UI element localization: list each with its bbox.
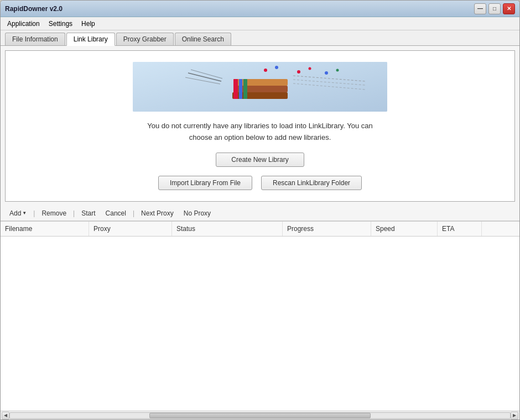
cancel-button[interactable]: Cancel [101,208,131,218]
svg-point-13 [309,67,311,70]
download-toolbar: Add ▼ | Remove | Start Cancel | Next Pro… [1,206,519,221]
import-library-button[interactable]: Import Library From File [158,176,252,190]
remove-button[interactable]: Remove [37,208,71,218]
scroll-right-button[interactable]: ▶ [511,412,518,419]
svg-point-12 [297,70,300,74]
tab-online-search[interactable]: Online Search [175,33,231,45]
window-controls: — □ ✕ [474,3,515,14]
col-status: Status [172,222,283,236]
col-progress: Progress [283,222,371,236]
svg-point-11 [275,66,278,69]
col-filename: Filename [1,222,89,236]
button-row: Import Library From File Rescan LinkLibr… [158,176,362,190]
separator-1: | [32,209,36,217]
window-title: RapidDowner v2.0 [5,5,63,13]
separator-3: | [132,209,136,217]
svg-point-15 [336,69,339,72]
svg-rect-6 [243,79,247,99]
tab-proxy-grabber[interactable]: Proxy Grabber [116,33,174,45]
downloads-table[interactable]: Filename Proxy Status Progress Speed ETA [1,221,519,411]
main-window: RapidDowner v2.0 — □ ✕ Application Setti… [0,0,520,420]
horizontal-scrollbar[interactable]: ◀ ▶ [1,411,519,419]
tab-file-information[interactable]: File Information [5,33,65,45]
scroll-left-button[interactable]: ◀ [2,412,9,419]
separator-2: | [72,209,76,217]
col-proxy: Proxy [89,222,172,236]
tab-link-library[interactable]: Link Library [66,33,115,46]
table-header: Filename Proxy Status Progress Speed ETA [1,222,519,237]
col-eta: ETA [438,222,482,236]
rescan-folder-button[interactable]: Rescan LinkLibrary Folder [261,176,362,190]
menu-help[interactable]: Help [77,19,100,29]
link-library-panel: You do not currently have any libraries … [5,50,515,202]
title-bar: RapidDowner v2.0 — □ ✕ [1,1,519,17]
menu-bar: Application Settings Help [1,17,519,30]
menu-settings[interactable]: Settings [44,19,77,29]
col-speed: Speed [371,222,438,236]
svg-rect-2 [235,86,288,92]
svg-point-14 [325,71,328,75]
main-content: You do not currently have any libraries … [1,46,519,419]
tab-bar: File Information Link Library Proxy Grab… [1,30,519,46]
minimize-button[interactable]: — [474,3,486,14]
menu-application[interactable]: Application [3,19,44,29]
svg-rect-5 [239,79,242,99]
close-button[interactable]: ✕ [503,3,515,14]
library-info-text: You do not currently have any libraries … [147,120,373,144]
dropdown-arrow-icon: ▼ [22,211,27,216]
next-proxy-button[interactable]: Next Proxy [137,208,178,218]
create-library-button[interactable]: Create New Library [216,153,304,167]
start-button[interactable]: Start [77,208,100,218]
scroll-track[interactable] [9,412,511,419]
add-button[interactable]: Add ▼ [5,208,31,218]
svg-rect-4 [233,79,238,99]
scroll-thumb[interactable] [149,413,371,418]
no-proxy-button[interactable]: No Proxy [179,208,215,218]
maximize-button[interactable]: □ [488,3,501,14]
svg-point-10 [264,69,267,72]
decorative-image [133,62,387,112]
